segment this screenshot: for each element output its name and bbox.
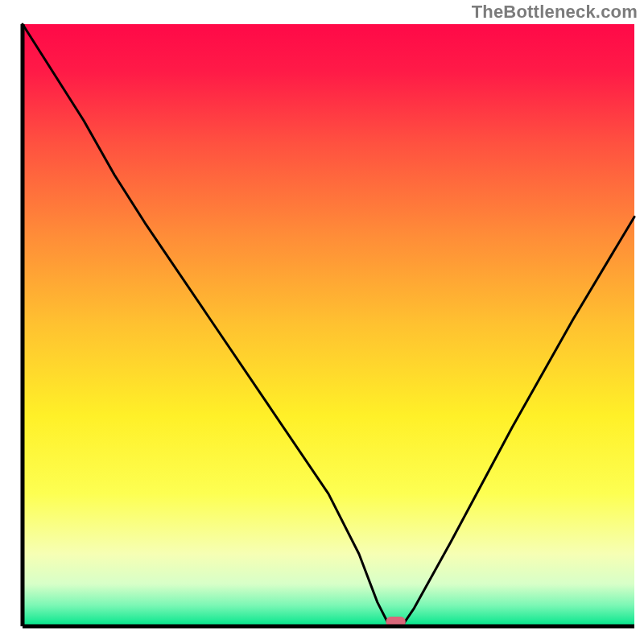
plot-background xyxy=(23,24,634,626)
bottleneck-chart xyxy=(0,0,644,644)
chart-container: TheBottleneck.com xyxy=(0,0,644,644)
